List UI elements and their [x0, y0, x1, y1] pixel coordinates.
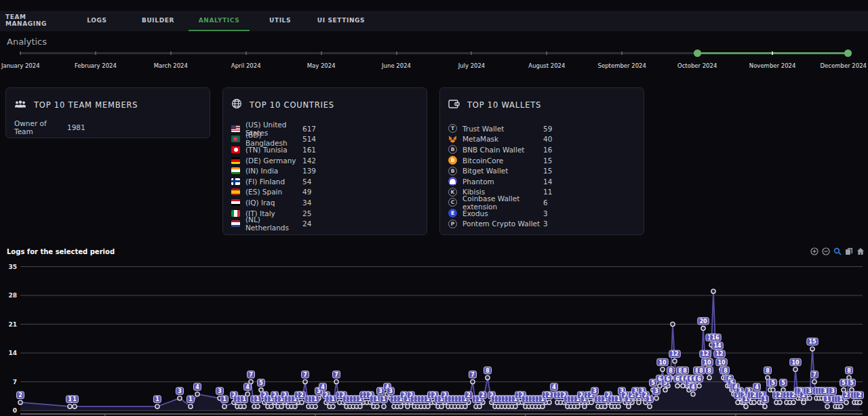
box-zoom-button[interactable] [833, 247, 842, 256]
country-row: (NL) Netherlands24 [231, 218, 418, 229]
slider-month-tick [321, 51, 322, 55]
slider-month-tick [621, 51, 623, 55]
month-label: April 2024 [231, 62, 261, 69]
pan-button[interactable] [844, 247, 854, 256]
svg-text:2: 2 [18, 392, 22, 398]
wallet-row: BBNB Chain Wallet16 [448, 144, 635, 155]
zoom-out-button[interactable] [821, 247, 831, 256]
wallet-row: Phantom14 [448, 176, 635, 187]
country-value: 617 [302, 125, 316, 133]
logs-chart[interactable]: 0714212835211131431211147115211211211122… [0, 261, 868, 416]
country-value: 34 [302, 199, 311, 207]
wallet-label: BBitget Wallet [448, 167, 543, 175]
slider-month-tick [20, 51, 21, 55]
wallet-name: BitcoinCore [462, 157, 503, 165]
svg-text:7: 7 [303, 372, 307, 378]
country-row: (IQ) Iraq34 [231, 197, 418, 208]
svg-text:8: 8 [669, 368, 673, 374]
svg-text:7: 7 [334, 372, 338, 378]
country-name: (DE) Germany [245, 157, 296, 165]
slider-month-tick [170, 51, 172, 55]
wallet-value: 11 [543, 188, 552, 196]
wallet-label: PPontem Crypto Wallet [448, 220, 543, 228]
slider-month-tick [245, 51, 247, 55]
svg-text:4: 4 [321, 384, 325, 390]
country-name: (NL) Netherlands [245, 215, 302, 232]
data-labels: 2111314312111471152112112111227111342117… [17, 318, 864, 403]
country-label: (IN) India [231, 167, 302, 175]
wallet-name: Bitget Wallet [462, 167, 508, 175]
tab-logs[interactable]: LOGS [66, 11, 127, 31]
wallet-label: TTrust Wallet [448, 124, 543, 133]
chart-modebar [810, 247, 865, 256]
flag-tn-icon [231, 146, 240, 153]
svg-text:5: 5 [781, 380, 785, 386]
svg-text:1: 1 [222, 396, 226, 402]
slider-handle-start[interactable] [694, 49, 701, 57]
country-name: (FI) Finland [245, 178, 285, 186]
svg-text:12: 12 [671, 351, 678, 357]
wallet-value: 15 [543, 167, 552, 175]
bitget-wallet-icon: B [448, 167, 457, 175]
wallet-label: Phantom [448, 177, 543, 186]
wallet-value: 6 [543, 199, 548, 207]
wallet-label: BBNB Chain Wallet [448, 145, 543, 154]
flag-iq-icon [231, 199, 240, 206]
trust-wallet-icon: T [448, 124, 457, 133]
svg-text:3: 3 [378, 388, 382, 394]
svg-text:2: 2 [547, 392, 551, 398]
slider-handle-end[interactable] [844, 49, 852, 57]
svg-text:7: 7 [249, 372, 253, 378]
svg-text:5: 5 [259, 380, 263, 386]
period-range-slider[interactable]: January 2024February 2024March 2024April… [0, 47, 868, 72]
slider-month-tick [471, 51, 472, 55]
top-wallets-card: TOP 10 WALLETS TTrust Wallet59MetaMask40… [439, 87, 644, 235]
slider-month-tick [396, 51, 397, 55]
wallet-value: 3 [543, 220, 548, 228]
svg-text:4: 4 [691, 384, 695, 390]
svg-text:6: 6 [697, 376, 701, 382]
svg-text:3: 3 [831, 388, 835, 394]
country-name: (TN) Tunisia [245, 146, 288, 154]
country-label: (TN) Tunisia [231, 146, 302, 154]
svg-text:3: 3 [178, 388, 182, 394]
svg-text:3: 3 [389, 388, 393, 394]
metamask-fox-icon [448, 135, 457, 144]
tab-analytics[interactable]: ANALYTICS [189, 11, 250, 31]
slider-month-tick [95, 51, 96, 55]
svg-text:8: 8 [683, 368, 687, 374]
svg-text:1: 1 [242, 396, 246, 402]
svg-text:8: 8 [766, 368, 770, 374]
flag-bd-icon [231, 136, 240, 142]
zoom-in-button[interactable] [810, 247, 819, 256]
wallet-label: BBitcoinCore [448, 156, 543, 165]
country-label: (ES) Spain [231, 188, 302, 196]
svg-text:4: 4 [552, 384, 556, 390]
card-title: TOP 10 COUNTRIES [250, 100, 334, 110]
country-label: (FI) Finland [231, 178, 302, 186]
card-title: TOP 10 WALLETS [467, 100, 541, 110]
tab-team-managing[interactable]: TEAM MANAGING [5, 11, 66, 31]
member-value: 1981 [67, 123, 85, 131]
svg-text:10: 10 [791, 360, 800, 366]
top-countries-card: TOP 10 COUNTRIES (US) United States617(B… [222, 87, 427, 235]
svg-text:2: 2 [778, 392, 782, 398]
country-label: (BD) Bangladesh [231, 131, 302, 147]
tab-builder[interactable]: BUILDER [127, 11, 189, 31]
svg-text:16: 16 [711, 335, 719, 341]
tab-utils[interactable]: UTILS [250, 11, 311, 31]
svg-text:1: 1 [763, 396, 767, 402]
svg-text:6: 6 [666, 376, 670, 382]
wallet-name: Phantom [462, 178, 494, 186]
flag-us-icon [231, 125, 240, 132]
svg-text:1: 1 [313, 396, 317, 402]
svg-text:1: 1 [825, 396, 829, 402]
reset-home-button[interactable] [856, 247, 865, 256]
country-name: (BD) Bangladesh [245, 131, 302, 147]
svg-text:14: 14 [713, 343, 722, 349]
tab-ui-settings[interactable]: UI SETTINGS [311, 11, 372, 31]
page-title: Analytics [7, 37, 47, 47]
wallet-name: Exodus [462, 209, 488, 217]
svg-text:8: 8 [699, 368, 703, 374]
chart-title: Logs for the selected period [7, 248, 115, 255]
